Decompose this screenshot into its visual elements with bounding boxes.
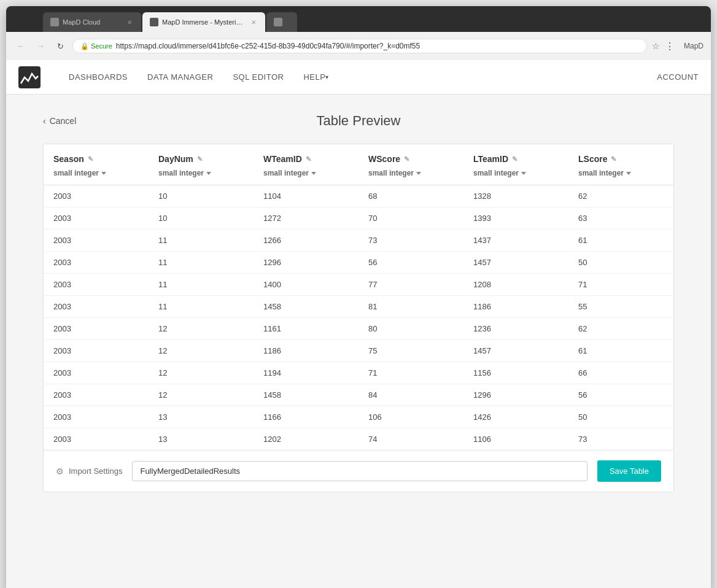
- edit-col-icon-lteamid[interactable]: ✎: [512, 155, 517, 163]
- type-select-season[interactable]: small integer: [53, 169, 139, 177]
- col-header-season: Season✎: [44, 144, 149, 166]
- logo[interactable]: [18, 66, 41, 88]
- user-label: MapD: [684, 42, 703, 50]
- table-cell: 12: [149, 362, 254, 384]
- col-header-daynum: DayNum✎: [149, 144, 254, 166]
- nav-sql-editor[interactable]: SQL EDITOR: [223, 60, 293, 95]
- urlbar: ← → ↻ 🔒 Secure https://mapd.cloud/immers…: [6, 32, 711, 60]
- col-type-wteamid: small integer: [254, 166, 358, 185]
- table-cell: 1400: [254, 274, 358, 296]
- nav-help[interactable]: HELP: [293, 60, 338, 95]
- table-cell: 2003: [44, 362, 149, 384]
- table-cell: 1328: [463, 185, 568, 207]
- table-cell: 71: [358, 362, 463, 384]
- refresh-button[interactable]: ↻: [53, 39, 68, 53]
- tab-close-2[interactable]: ✕: [249, 18, 258, 26]
- col-name-lteamid: LTeamID: [473, 154, 508, 164]
- table-cell: 11: [149, 296, 254, 318]
- browser-tab-3[interactable]: [266, 12, 297, 32]
- table-row: 200312119471115666: [44, 362, 673, 384]
- nav-account[interactable]: ACCOUNT: [657, 72, 699, 82]
- type-dropdown-icon-wscore: [416, 172, 421, 175]
- table-cell: 84: [358, 384, 463, 406]
- table-cell: 50: [568, 406, 673, 428]
- cancel-label: Cancel: [50, 116, 77, 126]
- cancel-button[interactable]: ‹ Cancel: [43, 116, 76, 126]
- data-table: Season✎DayNum✎WTeamID✎WScore✎LTeamID✎LSc…: [44, 144, 673, 450]
- column-headers-row: Season✎DayNum✎WTeamID✎WScore✎LTeamID✎LSc…: [44, 144, 673, 166]
- table-name-input[interactable]: [132, 461, 587, 481]
- table-cell: 74: [358, 428, 463, 451]
- table-cell: 2003: [44, 318, 149, 340]
- type-dropdown-icon-wteamid: [311, 172, 316, 175]
- table-cell: 1186: [254, 340, 358, 362]
- col-type-season: small integer: [44, 166, 149, 185]
- table-cell: 11: [149, 230, 254, 252]
- type-dropdown-icon-daynum: [206, 172, 211, 175]
- import-settings-button[interactable]: ⚙ Import Settings: [56, 466, 122, 476]
- table-row: 200311129656145750: [44, 252, 673, 274]
- url-bar[interactable]: 🔒 Secure https://mapd.cloud/immerse/d41b…: [72, 39, 647, 53]
- table-row: 200311126673143761: [44, 230, 673, 252]
- save-table-button[interactable]: Save Table: [597, 460, 661, 482]
- table-cell: 1106: [463, 428, 568, 451]
- type-select-lteamid[interactable]: small integer: [473, 169, 559, 177]
- table-cell: 13: [149, 428, 254, 451]
- table-row: 200312118675145761: [44, 340, 673, 362]
- table-row: 200310110468132862: [44, 185, 673, 207]
- menu-button[interactable]: ⋮: [665, 41, 674, 52]
- table-cell: 1156: [463, 362, 568, 384]
- forward-button[interactable]: →: [33, 39, 48, 53]
- table-cell: 1166: [254, 406, 358, 428]
- table-cell: 73: [358, 230, 463, 252]
- tab-close-1[interactable]: ✕: [125, 18, 134, 26]
- table-cell: 1104: [254, 185, 358, 207]
- nav-dashboards[interactable]: DASHBOARDS: [59, 60, 138, 95]
- table-cell: 2003: [44, 230, 149, 252]
- col-name-wteamid: WTeamID: [263, 154, 302, 164]
- logo-svg: [18, 66, 41, 88]
- browser-tab-1[interactable]: MapD Cloud ✕: [43, 12, 141, 32]
- table-cell: 81: [358, 296, 463, 318]
- page-header: ‹ Cancel Table Preview: [43, 113, 674, 129]
- table-cell: 1296: [254, 252, 358, 274]
- back-button[interactable]: ←: [14, 39, 28, 53]
- table-cell: 2003: [44, 296, 149, 318]
- type-select-lscore[interactable]: small integer: [578, 169, 664, 177]
- table-cell: 1458: [254, 384, 358, 406]
- table-cell: 12: [149, 340, 254, 362]
- table-cell: 63: [568, 207, 673, 230]
- table-cell: 1426: [463, 406, 568, 428]
- edit-col-icon-daynum[interactable]: ✎: [197, 155, 203, 163]
- table-cell: 106: [358, 406, 463, 428]
- type-label-lteamid: small integer: [473, 169, 519, 177]
- nav-data-manager[interactable]: DATA MANAGER: [138, 60, 223, 95]
- type-select-wscore[interactable]: small integer: [368, 169, 454, 177]
- type-label-wscore: small integer: [368, 169, 414, 177]
- table-cell: 1266: [254, 230, 358, 252]
- edit-col-icon-lscore[interactable]: ✎: [611, 155, 616, 163]
- table-cell: 66: [568, 362, 673, 384]
- table-cell: 1202: [254, 428, 358, 451]
- table-cell: 1458: [254, 296, 358, 318]
- table-cell: 2003: [44, 428, 149, 451]
- edit-col-icon-wteamid[interactable]: ✎: [306, 155, 311, 163]
- app-container: DASHBOARDS DATA MANAGER SQL EDITOR HELP …: [6, 60, 711, 588]
- table-cell: 73: [568, 428, 673, 451]
- table-body: 2003101104681328622003101272701393632003…: [44, 185, 673, 451]
- browser-tab-2[interactable]: MapD Immerse - Mysterious C... ✕: [142, 12, 265, 32]
- edit-col-icon-wscore[interactable]: ✎: [404, 155, 409, 163]
- url-text: https://mapd.cloud/immerse/d41bfc6e-c252…: [116, 42, 420, 50]
- type-select-daynum[interactable]: small integer: [158, 169, 244, 177]
- table-cell: 61: [568, 230, 673, 252]
- bookmark-button[interactable]: ☆: [652, 41, 660, 51]
- col-header-wscore: WScore✎: [358, 144, 463, 166]
- cancel-chevron-icon: ‹: [43, 116, 46, 126]
- type-label-wteamid: small integer: [263, 169, 309, 177]
- table-cell: 2003: [44, 406, 149, 428]
- table-row: 200312145884129656: [44, 384, 673, 406]
- table-cell: 1457: [463, 252, 568, 274]
- edit-col-icon-season[interactable]: ✎: [88, 155, 93, 163]
- type-select-wteamid[interactable]: small integer: [263, 169, 349, 177]
- col-name-lscore: LScore: [578, 154, 607, 164]
